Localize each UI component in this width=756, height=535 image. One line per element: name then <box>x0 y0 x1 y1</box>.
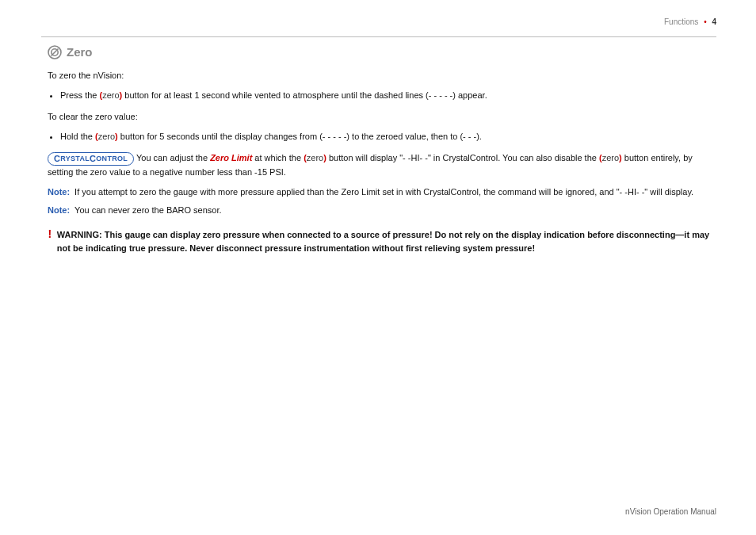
text: ONTROL <box>96 153 128 165</box>
zero-limit-term: Zero Limit <box>210 153 252 162</box>
warning-body: This gauge can display zero pressure whe… <box>57 230 709 253</box>
text: Press the <box>60 90 100 100</box>
note-2: Note: You can never zero the BARO sensor… <box>48 204 716 217</box>
section-title: Zero <box>48 43 716 61</box>
section-title-text: Zero <box>67 43 93 61</box>
header-rule <box>41 36 716 37</box>
breadcrumb-dot: • <box>704 17 707 26</box>
text: button will display "- -HI- -" in Crysta… <box>326 153 599 162</box>
zero-button-label: zero <box>307 153 323 162</box>
bullet-list-2: Hold the (zero) button for 5 seconds unt… <box>48 130 716 143</box>
zero-button-label: zero <box>98 132 115 141</box>
note-label: Note: <box>48 185 70 199</box>
text: C <box>90 153 96 165</box>
crystalcontrol-badge: CRYSTALCONTROL <box>48 152 134 166</box>
breadcrumb-section: Functions <box>664 17 698 26</box>
crystalcontrol-para: CRYSTALCONTROL You can adjust the Zero L… <box>48 151 716 179</box>
list-item: Press the (zero) button for at least 1 s… <box>60 89 716 102</box>
zero-button-label: zero <box>102 90 119 100</box>
note-1: Note: If you attempt to zero the gauge w… <box>48 185 716 199</box>
breadcrumb: Functions • 4 <box>664 17 716 26</box>
breadcrumb-page: 4 <box>712 17 716 26</box>
text: at which the <box>252 153 304 162</box>
text: button for at least 1 second while vente… <box>122 90 487 100</box>
list-item: Hold the (zero) button for 5 seconds unt… <box>60 130 716 143</box>
clear-intro-text: To clear the zero value: <box>48 110 716 124</box>
warning-label: WARNING: <box>57 230 102 239</box>
zero-button-label: zero <box>602 153 619 162</box>
text: C <box>54 153 60 165</box>
text: You can adjust the <box>134 153 210 162</box>
text: RYSTAL <box>60 153 90 165</box>
warning-text: WARNING: This gauge can display zero pre… <box>57 228 716 255</box>
note-label: Note: <box>48 204 70 217</box>
text: Hold the <box>60 132 95 141</box>
note-body: You can never zero the BARO sensor. <box>74 204 716 217</box>
text: button for 5 seconds until the display c… <box>118 132 482 141</box>
warning-icon: ! <box>48 228 52 255</box>
intro-text: To zero the nVision: <box>48 69 716 82</box>
footer-text: nVision Operation Manual <box>625 507 716 516</box>
zero-icon <box>48 45 62 59</box>
note-body: If you attempt to zero the gauge with mo… <box>74 185 716 199</box>
bullet-list-1: Press the (zero) button for at least 1 s… <box>48 89 716 102</box>
content: Zero To zero the nVision: Press the (zer… <box>48 43 716 255</box>
page: Functions • 4 Zero To zero the nVision: … <box>0 0 756 535</box>
warning: ! WARNING: This gauge can display zero p… <box>48 228 716 255</box>
